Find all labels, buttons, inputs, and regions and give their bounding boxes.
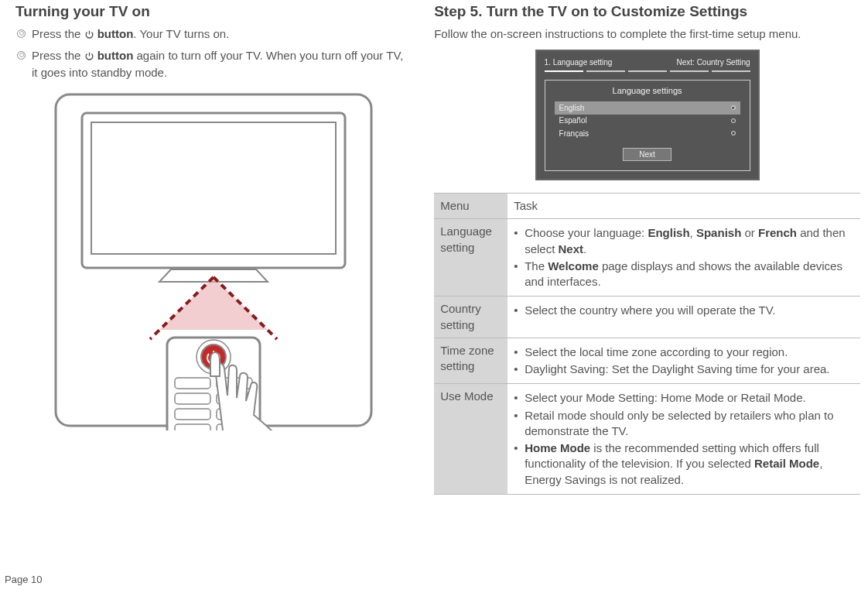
menu-cell: Language setting xyxy=(434,219,507,296)
svg-rect-10 xyxy=(175,409,210,420)
bullet-2: Press the button again to turn off your … xyxy=(15,48,411,81)
page-number: Page 10 xyxy=(5,573,42,587)
svg-rect-12 xyxy=(175,424,210,430)
task-cell: Select the local time zone according to … xyxy=(507,338,860,384)
list-item: Select the country where you will operat… xyxy=(523,303,854,318)
text: The xyxy=(525,259,548,273)
table-header-row: Menu Task xyxy=(434,194,860,219)
tv-remote-illustration xyxy=(51,90,376,434)
text: Choose your language: xyxy=(525,226,648,239)
tv-screen-simulation: 1. Language setting Next: Country Settin… xyxy=(535,50,760,180)
radio-icon xyxy=(731,118,736,123)
left-column: Turning your TV on Press the button. You… xyxy=(15,0,434,495)
lang-label: Français xyxy=(559,129,589,139)
text: . xyxy=(583,242,586,255)
bullet-1-text: Press the button. Your TV turns on. xyxy=(32,26,411,43)
settings-table: Menu Task Language setting Choose your l… xyxy=(434,193,860,495)
header-task: Task xyxy=(507,194,860,219)
menu-cell: Country setting xyxy=(434,296,507,338)
list-item: Daylight Saving: Set the Daylight Saving… xyxy=(523,362,854,377)
task-cell: Choose your language: English, Spanish o… xyxy=(507,219,860,296)
right-column: Step 5. Turn the TV on to Customize Sett… xyxy=(434,0,860,495)
table-row: Time zone setting Select the local time … xyxy=(434,338,860,384)
text: Select the local time zone according to … xyxy=(525,345,788,358)
bullet-icon xyxy=(17,29,26,38)
lang-option-english: English xyxy=(555,101,740,115)
text: or xyxy=(741,226,758,239)
right-intro: Follow the on-screen instructions to com… xyxy=(434,26,860,42)
text: Retail mode should only be selected by r… xyxy=(525,409,833,437)
sim-language-box: Language settings English Español França… xyxy=(545,80,750,171)
svg-rect-6 xyxy=(175,378,210,389)
sim-step-label: 1. Language setting xyxy=(545,57,613,68)
task-cell: Select your Mode Setting: Home Mode or R… xyxy=(507,384,860,495)
lang-label: Español xyxy=(559,115,587,126)
text-bold: Home Mode xyxy=(525,441,590,454)
text-bold: English xyxy=(648,226,689,239)
bullet-2-bold: button xyxy=(97,49,134,62)
lang-option-francais: Français xyxy=(555,127,740,140)
right-title: Step 5. Turn the TV on to Customize Sett… xyxy=(434,2,860,22)
text: , xyxy=(690,226,696,239)
radio-icon xyxy=(731,105,736,110)
list-item: Choose your language: English, Spanish o… xyxy=(523,225,854,257)
power-icon xyxy=(84,28,94,43)
sim-box-title: Language settings xyxy=(545,85,750,97)
radio-icon xyxy=(731,131,736,135)
text-bold: Welcome xyxy=(548,259,599,273)
bullet-icon xyxy=(17,51,26,60)
list-item: Select your Mode Setting: Home Mode or R… xyxy=(523,390,854,406)
menu-cell: Use Mode xyxy=(434,384,507,495)
bullet-2-pre: Press the xyxy=(32,49,84,62)
task-cell: Select the country where you will operat… xyxy=(507,296,860,338)
bullet-1-bold: button xyxy=(97,27,134,40)
text-bold: Next xyxy=(559,242,584,255)
menu-cell: Time zone setting xyxy=(434,338,507,384)
power-icon xyxy=(84,50,94,65)
svg-rect-2 xyxy=(91,122,336,254)
bullet-1: Press the button. Your TV turns on. xyxy=(15,26,411,43)
lang-label: English xyxy=(559,103,585,114)
text: Select the country where you will operat… xyxy=(525,303,775,317)
svg-rect-8 xyxy=(175,393,210,404)
list-item: Retail mode should only be selected by r… xyxy=(523,408,854,440)
text: Daylight Saving: Set the Daylight Saving… xyxy=(525,362,829,375)
sim-next-button: Next xyxy=(623,148,672,162)
bullet-1-post: . Your TV turns on. xyxy=(133,27,229,40)
table-row: Country setting Select the country where… xyxy=(434,296,860,338)
sim-progress-bar xyxy=(545,70,750,72)
left-title: Turning your TV on xyxy=(15,2,411,22)
text-bold: Retail Mode xyxy=(754,457,819,470)
bullet-1-pre: Press the xyxy=(32,27,84,40)
header-menu: Menu xyxy=(434,194,507,219)
list-item: Home Mode is the recommended setting whi… xyxy=(523,440,854,488)
sim-next-label: Next: Country Setting xyxy=(677,57,750,68)
table-row: Language setting Choose your language: E… xyxy=(434,219,860,296)
text: Select your Mode Setting: Home Mode or R… xyxy=(525,391,806,404)
list-item: Select the local time zone according to … xyxy=(523,344,854,360)
table-row: Use Mode Select your Mode Setting: Home … xyxy=(434,384,860,495)
list-item: The Welcome page displays and shows the … xyxy=(523,259,854,290)
lang-option-espanol: Español xyxy=(555,115,740,128)
text-bold: French xyxy=(758,226,797,239)
bullet-2-text: Press the button again to turn off your … xyxy=(32,48,411,81)
text-bold: Spanish xyxy=(696,226,741,239)
